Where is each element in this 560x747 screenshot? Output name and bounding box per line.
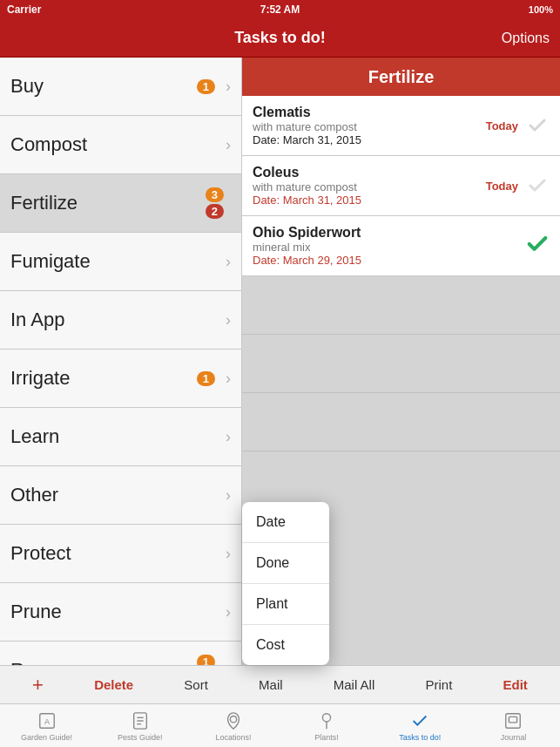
checkmark-coleus[interactable] [525, 173, 550, 198]
remove-badge1: 1 [197, 655, 215, 665]
task-right-clematis: Today [486, 113, 550, 138]
task-item-ohio-spiderwort[interactable]: Ohio Spiderwort mineral mix Date: March … [242, 216, 560, 276]
add-button[interactable]: + [27, 670, 49, 700]
sidebar-item-fumigate[interactable]: Fumigate › [0, 233, 241, 291]
tab-garden-guide[interactable]: A Garden Guide! [0, 704, 93, 747]
protect-chevron: › [226, 545, 231, 563]
task-name-coleus: Coleus [253, 165, 486, 180]
task-info-coleus: Coleus with mature compost Date: March 3… [253, 165, 486, 207]
sidebar-item-fertilize[interactable]: Fertilize 3 2 [0, 174, 241, 233]
sidebar-label-other: Other [10, 484, 222, 506]
tab-bar: A Garden Guide! Pests Guide! Locations! [0, 703, 560, 747]
fumigate-chevron: › [226, 253, 231, 271]
task-right-ohio [525, 232, 550, 260]
status-bar: Carrier 7:52 AM 100% [0, 0, 560, 19]
sort-option-date[interactable]: Date [242, 502, 329, 543]
checkmark-clematis[interactable] [525, 113, 550, 138]
task-subtitle-clematis: with mature compost [253, 120, 486, 133]
nav-title: Tasks to do! [234, 29, 326, 47]
right-panel-header: Fertilize [242, 58, 560, 96]
pests-guide-icon [130, 710, 151, 731]
sort-option-done[interactable]: Done [242, 543, 329, 584]
carrier-label: Carrier [7, 3, 41, 16]
delete-button[interactable]: Delete [89, 674, 138, 696]
task-info-clematis: Clematis with mature compost Date: March… [253, 105, 486, 146]
task-today-coleus: Today [486, 180, 518, 193]
sort-option-cost[interactable]: Cost [242, 625, 329, 665]
sidebar-item-inapp[interactable]: In App › [0, 291, 241, 350]
tab-label-locations: Locations! [215, 733, 251, 742]
task-name-clematis: Clematis [253, 105, 486, 120]
task-item-clematis[interactable]: Clematis with mature compost Date: March… [242, 96, 560, 156]
sidebar-label-protect: Protect [10, 542, 222, 565]
irrigate-chevron: › [226, 370, 231, 388]
sidebar-item-irrigate[interactable]: Irrigate 1 › [0, 350, 241, 408]
task-name-ohio: Ohio Spiderwort [253, 225, 525, 241]
print-button[interactable]: Print [420, 674, 457, 696]
buy-chevron: › [226, 78, 231, 96]
sidebar-item-remove[interactable]: Remove 1 1 › [0, 642, 241, 665]
sidebar-item-prune[interactable]: Prune › [0, 583, 241, 642]
sidebar-label-compost: Compost [10, 133, 222, 156]
svg-point-6 [230, 716, 236, 722]
task-item-coleus[interactable]: Coleus with mature compost Date: March 3… [242, 156, 560, 216]
tab-label-plants: Plants! [314, 733, 339, 742]
sidebar-item-buy[interactable]: Buy 1 › [0, 58, 241, 116]
task-date-coleus: Date: March 31, 2015 [253, 194, 486, 207]
sort-popup: Date Done Plant Cost [242, 502, 329, 665]
sort-option-plant[interactable]: Plant [242, 584, 329, 625]
sidebar-label-fertilize: Fertilize [10, 192, 206, 214]
tab-journal[interactable]: Journal [467, 704, 560, 747]
garden-guide-icon: A [37, 710, 57, 731]
task-today-clematis: Today [486, 119, 518, 132]
sidebar-label-learn: Learn [10, 425, 222, 448]
empty-row-3 [242, 393, 560, 452]
edit-button[interactable]: Edit [498, 674, 533, 696]
remove-chevron: › [226, 662, 231, 666]
empty-row-1 [242, 276, 560, 335]
irrigate-badges: 1 [197, 371, 215, 386]
fertilize-badge2: 2 [206, 204, 224, 219]
sidebar-item-protect[interactable]: Protect › [0, 525, 241, 583]
tab-label-journal: Journal [501, 733, 527, 742]
tab-label-tasks: Tasks to do! [399, 733, 441, 742]
buy-badge1: 1 [197, 79, 215, 94]
sidebar-label-prune: Prune [10, 601, 222, 623]
other-chevron: › [226, 486, 231, 505]
tab-plants[interactable]: Plants! [280, 704, 374, 747]
inapp-chevron: › [226, 311, 231, 329]
tab-label-pests: Pests Guide! [118, 733, 163, 742]
tab-locations[interactable]: Locations! [186, 704, 280, 747]
options-button[interactable]: Options [502, 31, 550, 46]
remove-badges: 1 1 [197, 655, 215, 665]
task-subtitle-coleus: with mature compost [253, 180, 486, 194]
learn-chevron: › [226, 428, 231, 446]
mail-button[interactable]: Mail [253, 674, 288, 696]
svg-point-7 [323, 713, 331, 721]
plants-icon [316, 710, 337, 731]
sidebar-label-inapp: In App [10, 309, 222, 331]
sidebar-label-remove: Remove [10, 659, 197, 665]
fertilize-badge1: 3 [206, 187, 224, 202]
tab-tasks[interactable]: Tasks to do! [374, 704, 467, 747]
empty-row-2 [242, 335, 560, 393]
sidebar-item-learn[interactable]: Learn › [0, 408, 241, 466]
svg-rect-9 [506, 713, 521, 728]
sidebar-item-other[interactable]: Other › [0, 466, 241, 525]
sidebar-label-fumigate: Fumigate [10, 250, 222, 273]
checkmark-ohio[interactable] [525, 232, 550, 260]
mail-all-button[interactable]: Mail All [328, 674, 381, 696]
sort-button[interactable]: Sort [179, 674, 213, 696]
irrigate-badge1: 1 [197, 371, 215, 386]
sidebar-label-irrigate: Irrigate [10, 367, 197, 390]
buy-badges: 1 [197, 79, 215, 94]
fertilize-badges: 3 2 [206, 187, 224, 219]
nav-bar: Tasks to do! Options [0, 19, 560, 58]
locations-icon [223, 710, 244, 731]
sidebar-item-compost[interactable]: Compost › [0, 116, 241, 174]
task-date-clematis: Date: March 31, 2015 [253, 133, 486, 146]
tab-label-garden: Garden Guide! [21, 733, 72, 742]
tab-pests-guide[interactable]: Pests Guide! [93, 704, 186, 747]
task-right-coleus: Today [486, 173, 550, 198]
right-panel-title: Fertilize [368, 67, 435, 87]
